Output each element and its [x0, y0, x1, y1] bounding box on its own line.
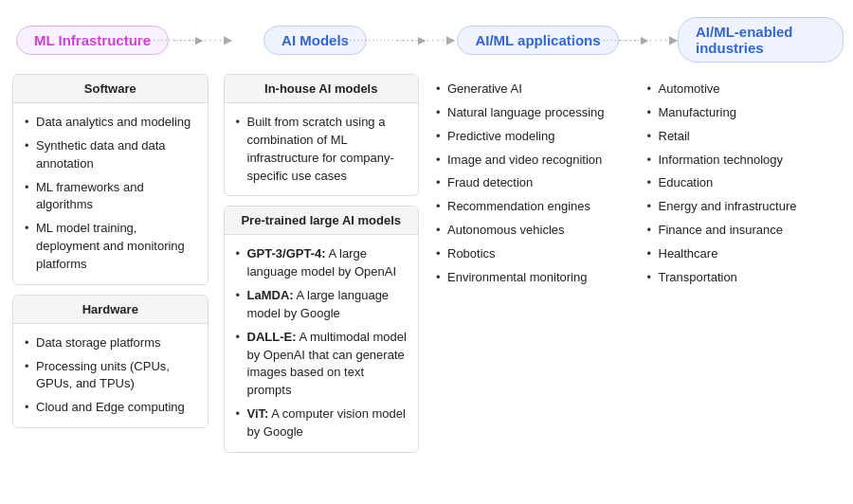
section-software-header: Software	[13, 75, 208, 103]
list-item: Data storage platforms	[23, 332, 198, 355]
list-item: DALL-E: A multimodal model by OpenAI tha…	[234, 326, 409, 403]
list-item: Robotics	[434, 243, 630, 266]
col-ai-ml-apps: Generative AI Natural language processin…	[426, 74, 638, 290]
list-item: ML frameworks and algorithms	[23, 176, 198, 218]
ai-ml-industries-list: Automotive Manufacturing Retail Informat…	[645, 74, 842, 290]
section-inhouse-ai-header: In-house AI models	[225, 75, 419, 103]
list-item: Autonomous vehicles	[434, 219, 630, 243]
hardware-list: Data storage platforms Processing units …	[23, 332, 198, 420]
model-name: GPT-3/GPT-4:	[247, 246, 326, 261]
section-software-content: Data analytics and modeling Synthetic da…	[13, 103, 208, 284]
list-item: LaMDA: A large language model by Google	[234, 284, 409, 326]
header-title-ai-ml-apps: AI/ML applications	[457, 26, 618, 55]
list-item: Natural language processing	[434, 101, 630, 125]
header-title-ai-ml-industries: AI/ML-enabled industries	[678, 17, 844, 63]
list-item: GPT-3/GPT-4: A large language model by O…	[234, 243, 409, 284]
col-ai-models: In-house AI models Built from scratch us…	[216, 74, 427, 462]
list-item: Generative AI	[434, 78, 630, 101]
header-title-ml-infra: ML Infrastructure	[16, 26, 169, 55]
model-name: DALL-E:	[247, 330, 297, 344]
list-item: Manufacturing	[645, 101, 842, 125]
list-item: Finance and insurance	[645, 219, 842, 243]
list-item: Healthcare	[645, 243, 842, 266]
list-item: Environmental monitoring	[434, 266, 630, 290]
section-inhouse-ai-content: Built from scratch using a combination o…	[225, 103, 419, 195]
list-item: Cloud and Edge computing	[23, 396, 198, 420]
section-pretrained-ai-header: Pre-trained large AI models	[225, 207, 419, 235]
inhouse-ai-list: Built from scratch using a combination o…	[234, 111, 409, 188]
list-item: Fraud detection	[434, 171, 630, 195]
header-col-ml-infra: ML Infrastructure	[9, 26, 175, 55]
model-name: LaMDA:	[247, 288, 294, 302]
list-item: Predictive modeling	[434, 125, 630, 149]
list-item: Energy and infrastructure	[645, 195, 842, 219]
list-item: Transportation	[645, 266, 842, 290]
list-item: ML model training, deployment and monito…	[23, 217, 198, 277]
col-ml-infra: Software Data analytics and modeling Syn…	[5, 74, 216, 438]
section-hardware-header: Hardware	[13, 296, 208, 324]
list-item: Synthetic data and data annotation	[23, 135, 198, 176]
software-list: Data analytics and modeling Synthetic da…	[23, 111, 198, 277]
section-hardware: Hardware Data storage platforms Processi…	[12, 295, 209, 428]
header-row: ML Infrastructure ··········▶ AI Models …	[0, 9, 853, 74]
list-item: Automotive	[645, 78, 842, 101]
list-item: Image and video recognition	[434, 149, 630, 172]
header-title-ai-models: AI Models	[263, 26, 367, 55]
header-col-ai-ml-apps: AI/ML applications	[455, 26, 621, 55]
pretrained-ai-list: GPT-3/GPT-4: A large language model by O…	[234, 243, 409, 443]
list-item: Retail	[645, 125, 842, 149]
model-name: ViT:	[247, 406, 269, 421]
header-col-ai-models: AI Models	[232, 26, 398, 55]
section-inhouse-ai: In-house AI models Built from scratch us…	[224, 74, 420, 196]
section-software: Software Data analytics and modeling Syn…	[12, 74, 209, 285]
list-item: Information technology	[645, 149, 842, 172]
list-item: Recommendation engines	[434, 195, 630, 219]
list-item: ViT: A computer vision model by Google	[234, 403, 409, 444]
main-container: ML Infrastructure ··········▶ AI Models …	[0, 0, 853, 472]
list-item: Education	[645, 171, 842, 195]
section-pretrained-ai: Pre-trained large AI models GPT-3/GPT-4:…	[224, 206, 420, 452]
header-col-ai-ml-industries: AI/ML-enabled industries	[678, 17, 844, 63]
col-ai-ml-industries: Automotive Manufacturing Retail Informat…	[638, 74, 849, 290]
content-row: Software Data analytics and modeling Syn…	[0, 74, 853, 462]
section-hardware-content: Data storage platforms Processing units …	[13, 324, 208, 427]
list-item: Processing units (CPUs, GPUs, and TPUs)	[23, 355, 198, 397]
list-item: Data analytics and modeling	[23, 111, 198, 135]
list-item: Built from scratch using a combination o…	[234, 111, 409, 188]
ai-ml-apps-list: Generative AI Natural language processin…	[434, 74, 630, 290]
section-pretrained-ai-content: GPT-3/GPT-4: A large language model by O…	[225, 235, 419, 451]
